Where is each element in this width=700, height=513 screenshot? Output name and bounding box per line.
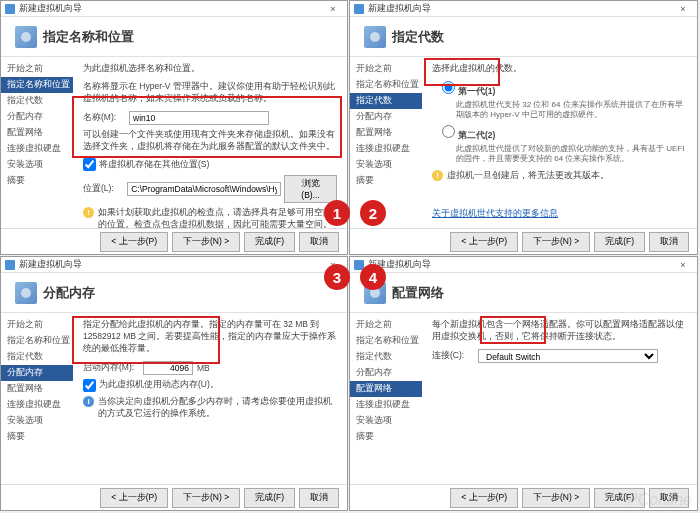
header-title: 分配内存: [43, 284, 95, 302]
location-input[interactable]: [127, 182, 281, 196]
sidebar-item[interactable]: 分配内存: [1, 365, 73, 381]
close-button[interactable]: ×: [323, 2, 343, 16]
next-button[interactable]: 下一步(N) >: [522, 232, 590, 252]
prev-button[interactable]: < 上一步(P): [100, 488, 168, 508]
annotation-box: [72, 96, 342, 158]
titlebar: 新建虚拟机向导 ×: [350, 257, 697, 273]
sidebar: 开始之前 指定名称和位置 指定代数 分配内存 配置网络 连接虚拟硬盘 安装选项 …: [1, 57, 73, 228]
memory-unit: MB: [197, 363, 210, 373]
sidebar: 开始之前 指定名称和位置 指定代数 分配内存 配置网络 连接虚拟硬盘 安装选项 …: [1, 313, 73, 484]
cancel-button[interactable]: 取消: [299, 232, 339, 252]
annotation-box: [72, 316, 220, 364]
dynamic-memory-checkbox[interactable]: [83, 379, 96, 392]
header-icon: [15, 26, 37, 48]
location-label: 位置(L):: [83, 183, 127, 195]
description: 每个新虚拟机包含一个网络适配器。你可以配置网络适配器以使用虚拟交换机，否则，它将…: [432, 319, 687, 343]
radio-description: 此虚拟机世代提供了对较新的虚拟化功能的支持，具有基于 UEFI 的固件，并且需要…: [456, 144, 687, 165]
sidebar-item[interactable]: 摘要: [1, 173, 73, 189]
generation2-radio[interactable]: [442, 125, 455, 138]
more-info-link[interactable]: 关于虚拟机世代支持的更多信息: [432, 208, 558, 218]
sidebar-item[interactable]: 配置网络: [1, 125, 73, 141]
sidebar-item[interactable]: 配置网络: [350, 125, 422, 141]
finish-button[interactable]: 完成(F): [244, 232, 295, 252]
prev-button[interactable]: < 上一步(P): [450, 488, 518, 508]
info-icon: i: [83, 396, 94, 407]
sidebar: 开始之前 指定名称和位置 指定代数 分配内存 配置网络 连接虚拟硬盘 安装选项 …: [350, 57, 422, 228]
info-text: 当你决定向虚拟机分配多少内存时，请考虑你要使用虚拟机的方式及它运行的操作系统。: [98, 396, 337, 420]
sidebar-item[interactable]: 指定代数: [1, 93, 73, 109]
sidebar-item[interactable]: 配置网络: [1, 381, 73, 397]
sidebar: 开始之前 指定名称和位置 指定代数 分配内存 配置网络 连接虚拟硬盘 安装选项 …: [350, 313, 422, 484]
sidebar-item[interactable]: 指定代数: [350, 349, 422, 365]
sidebar-item[interactable]: 开始之前: [1, 61, 73, 77]
sidebar-item[interactable]: 分配内存: [350, 365, 422, 381]
finish-button[interactable]: 完成(F): [594, 232, 645, 252]
warning-text: 如果计划获取此虚拟机的检查点，请选择具有足够可用空间的位置。检查点包含虚拟机数据…: [98, 207, 337, 228]
header: 指定名称和位置: [1, 17, 347, 57]
annotation-box: [480, 316, 546, 344]
sidebar-item[interactable]: 安装选项: [1, 157, 73, 173]
next-button[interactable]: 下一步(N) >: [172, 488, 240, 508]
sidebar-item[interactable]: 安装选项: [350, 413, 422, 429]
sidebar-item[interactable]: 开始之前: [1, 317, 73, 333]
window-title: 新建虚拟机向导: [19, 2, 82, 15]
connection-select[interactable]: Default Switch: [478, 349, 658, 363]
radio-label: 第二代(2): [458, 130, 495, 140]
step-badge-2: 2: [360, 200, 386, 226]
window-title: 新建虚拟机向导: [368, 2, 431, 15]
window-title: 新建虚拟机向导: [19, 258, 82, 271]
sidebar-item[interactable]: 分配内存: [350, 109, 422, 125]
header: 配置网络: [350, 273, 697, 313]
store-elsewhere-checkbox[interactable]: [83, 158, 96, 171]
next-button[interactable]: 下一步(N) >: [522, 488, 590, 508]
sidebar-item[interactable]: 安装选项: [1, 413, 73, 429]
prev-button[interactable]: < 上一步(P): [450, 232, 518, 252]
prev-button[interactable]: < 上一步(P): [100, 232, 168, 252]
finish-button[interactable]: 完成(F): [244, 488, 295, 508]
step-badge-4: 4: [360, 264, 386, 290]
warning-icon: !: [432, 170, 443, 181]
sidebar-item[interactable]: 配置网络: [350, 381, 422, 397]
description: 为此虚拟机选择名称和位置。: [83, 63, 337, 75]
header: 指定代数: [350, 17, 697, 57]
sidebar-item[interactable]: 开始之前: [350, 61, 422, 77]
header-icon: [364, 26, 386, 48]
sidebar-item[interactable]: 摘要: [350, 173, 422, 189]
wizard-icon: [354, 4, 364, 14]
cancel-button[interactable]: 取消: [299, 488, 339, 508]
header: 分配内存: [1, 273, 347, 313]
next-button[interactable]: 下一步(N) >: [172, 232, 240, 252]
sidebar-item[interactable]: 开始之前: [350, 317, 422, 333]
sidebar-item[interactable]: 连接虚拟硬盘: [350, 397, 422, 413]
checkbox-label: 将虚拟机存储在其他位置(S): [99, 159, 209, 171]
sidebar-item[interactable]: 指定代数: [350, 93, 422, 109]
sidebar-item[interactable]: 指定名称和位置: [1, 333, 73, 349]
wizard-icon: [5, 4, 15, 14]
sidebar-item[interactable]: 连接虚拟硬盘: [350, 141, 422, 157]
header-title: 指定代数: [392, 28, 444, 46]
cancel-button[interactable]: 取消: [649, 232, 689, 252]
warning-icon: !: [83, 207, 94, 218]
sidebar-item[interactable]: 指定名称和位置: [1, 77, 73, 93]
sidebar-item[interactable]: 连接虚拟硬盘: [1, 141, 73, 157]
titlebar: 新建虚拟机向导 ×: [1, 257, 347, 273]
connection-label: 连接(C):: [432, 350, 478, 362]
wizard-icon: [5, 260, 15, 270]
step-badge-3: 3: [324, 264, 350, 290]
sidebar-item[interactable]: 摘要: [350, 429, 422, 445]
radio-description: 此虚拟机世代支持 32 位和 64 位来宾操作系统并提供了在所有早期版本的 Hy…: [456, 100, 687, 121]
sidebar-item[interactable]: 指定代数: [1, 349, 73, 365]
sidebar-item[interactable]: 摘要: [1, 429, 73, 445]
titlebar: 新建虚拟机向导 ×: [350, 1, 697, 17]
sidebar-item[interactable]: 连接虚拟硬盘: [1, 397, 73, 413]
browse-button[interactable]: 浏览(B)...: [284, 175, 337, 203]
warning-text: 虚拟机一旦创建后，将无法更改其版本。: [447, 170, 609, 182]
sidebar-item[interactable]: 指定名称和位置: [350, 333, 422, 349]
sidebar-item[interactable]: 分配内存: [1, 109, 73, 125]
close-button[interactable]: ×: [673, 2, 693, 16]
annotation-box: [424, 58, 500, 86]
sidebar-item[interactable]: 安装选项: [350, 157, 422, 173]
sidebar-item[interactable]: 指定名称和位置: [350, 77, 422, 93]
header-icon: [15, 282, 37, 304]
close-button[interactable]: ×: [673, 258, 693, 272]
